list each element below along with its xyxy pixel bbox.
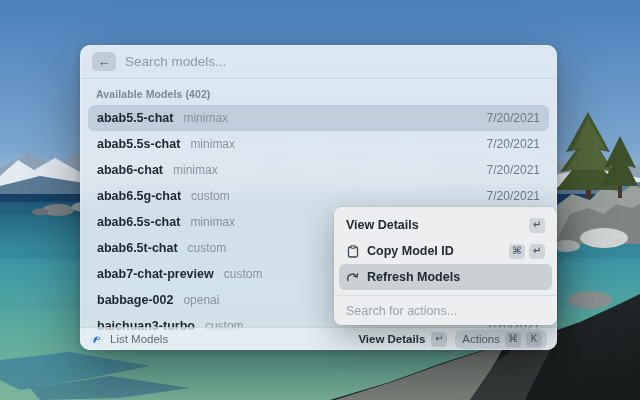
return-key-badge: ↵	[431, 332, 447, 347]
model-name: abab6.5g-chat	[97, 189, 181, 203]
extension-logo-icon	[90, 333, 103, 346]
action-menu-item[interactable]: View Details ↵	[339, 212, 552, 238]
actions-popup-items: View Details ↵ Copy Model ID ⌘↵ Refresh …	[334, 207, 557, 295]
back-button[interactable]: ←	[92, 52, 116, 71]
actions-button[interactable]: Actions ⌘ K	[455, 330, 547, 349]
model-list-item[interactable]: abab6-chat minimax 7/20/2021	[88, 157, 549, 183]
footer-actions: View Details ↵ Actions ⌘ K	[358, 330, 547, 349]
model-name: abab6-chat	[97, 163, 163, 177]
section-header: Available Models (402)	[80, 79, 557, 103]
actions-popup: View Details ↵ Copy Model ID ⌘↵ Refresh …	[334, 207, 557, 325]
model-list-item[interactable]: abab5.5s-chat minimax 7/20/2021	[88, 131, 549, 157]
model-provider: minimax	[190, 137, 235, 151]
search-input[interactable]: Search models...	[125, 54, 226, 69]
model-date: 7/20/2021	[487, 111, 540, 125]
model-name: babbage-002	[97, 293, 173, 307]
model-provider: custom	[191, 189, 230, 203]
primary-action-button[interactable]: View Details ↵	[358, 332, 447, 347]
action-menu-item[interactable]: Copy Model ID ⌘↵	[339, 238, 552, 264]
model-date: 7/20/2021	[487, 189, 540, 203]
model-date: 7/20/2021	[487, 137, 540, 151]
model-provider: minimax	[190, 215, 235, 229]
footer-bar: List Models View Details ↵ Actions ⌘ K	[80, 327, 557, 350]
clipboard-icon	[346, 245, 359, 258]
command-name: List Models	[110, 333, 168, 345]
primary-action-label: View Details	[358, 333, 425, 345]
key-badge: ↵	[529, 244, 545, 259]
model-name: abab7-chat-preview	[97, 267, 214, 281]
search-bar: ← Search models...	[80, 45, 557, 78]
cmd-key-badge: ⌘	[505, 332, 521, 347]
model-name: abab5.5-chat	[97, 111, 173, 125]
key-badge: ↵	[529, 218, 545, 233]
refresh-icon	[346, 271, 359, 284]
model-provider: minimax	[183, 111, 228, 125]
model-provider: custom	[224, 267, 263, 281]
model-date: 7/20/2021	[487, 163, 540, 177]
action-menu-item[interactable]: Refresh Models	[339, 264, 552, 290]
model-provider: custom	[188, 241, 227, 255]
model-name: abab5.5s-chat	[97, 137, 180, 151]
back-arrow-icon: ←	[98, 55, 111, 68]
model-list-item[interactable]: abab6.5g-chat custom 7/20/2021	[88, 183, 549, 209]
action-menu-item-label: View Details	[346, 218, 419, 232]
model-name: abab6.5t-chat	[97, 241, 178, 255]
model-name: abab6.5s-chat	[97, 215, 180, 229]
action-menu-item-label: Refresh Models	[367, 270, 460, 284]
model-provider: minimax	[173, 163, 218, 177]
model-provider: openai	[183, 293, 219, 307]
model-list-item[interactable]: abab5.5-chat minimax 7/20/2021	[88, 105, 549, 131]
actions-button-label: Actions	[462, 333, 500, 345]
actions-search-input[interactable]: Search for actions...	[334, 296, 557, 325]
k-key-badge: K	[526, 332, 542, 347]
action-menu-item-label: Copy Model ID	[367, 244, 454, 258]
key-badge: ⌘	[509, 244, 525, 259]
